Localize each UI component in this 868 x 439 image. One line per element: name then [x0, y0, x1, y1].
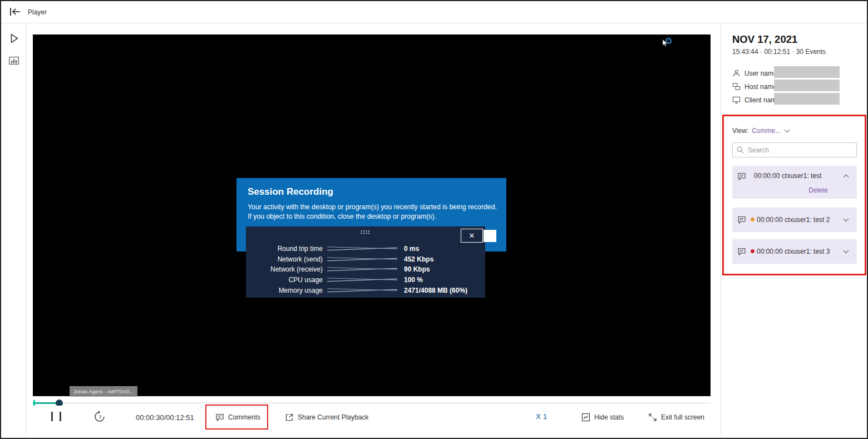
share-label: Share Current Playback	[298, 413, 368, 421]
monitor-icon	[732, 96, 741, 104]
dialog-title: Session Recording	[248, 186, 495, 198]
play-view-button[interactable]	[7, 32, 21, 46]
stat-value: 0 ms	[404, 245, 419, 253]
comment-text: 00:00:00 ctxuser1: test	[754, 172, 821, 180]
stat-row: Network (receive) 90 Kbps	[246, 264, 485, 275]
stat-sparkline	[327, 277, 397, 283]
agent-name-badge: Jonas Agent - AWTSVD...	[70, 386, 137, 397]
top-bar: Player	[1, 1, 867, 23]
comment-bubble-icon	[737, 247, 746, 256]
comment-item[interactable]: 00:00:00 ctxuser1: test 2	[732, 208, 857, 232]
stat-row: Round trip time 0 ms	[246, 244, 485, 254]
view-dropdown[interactable]: Comme...	[752, 127, 781, 135]
stat-label: Network (receive)	[246, 265, 323, 273]
severity-dot-orange	[751, 218, 754, 221]
left-rail	[1, 23, 26, 438]
hide-stats-button[interactable]: Hide stats	[581, 413, 624, 422]
chevron-down-icon[interactable]	[784, 129, 790, 133]
exit-full-screen-button[interactable]: Exit full screen	[648, 413, 704, 422]
pause-button[interactable]	[51, 411, 61, 421]
stat-sparkline	[327, 246, 397, 251]
page-title: Player	[28, 8, 47, 16]
hide-stats-label: Hide stats	[594, 413, 624, 421]
stat-label: Memory usage	[246, 287, 323, 294]
playback-controls: 7 00:00:30/00:12:51 Comments Share Curre…	[26, 406, 721, 431]
recording-pointer	[660, 36, 675, 50]
exit-full-screen-label: Exit full screen	[661, 413, 704, 421]
comment-search	[732, 142, 857, 157]
session-info-panel: NOV 17, 2021 15:43:44 · 00:12:51 · 30 Ev…	[721, 23, 867, 438]
dialog-button-fragment	[484, 230, 496, 242]
playback-time: 00:00:30/00:12:51	[136, 413, 194, 422]
stat-value: 452 Kbps	[404, 255, 433, 263]
bar-chart-icon	[8, 60, 20, 68]
rewind-icon: 7	[93, 410, 106, 423]
exit-fullscreen-icon	[648, 413, 657, 422]
comment-item[interactable]: 00:00:00 ctxuser1: test 3	[732, 239, 857, 264]
playback-speed-button[interactable]: X 1	[536, 412, 547, 421]
recording-meta: 15:43:44 · 00:12:51 · 30 Events	[732, 48, 826, 56]
play-icon	[8, 38, 20, 46]
share-playback-button[interactable]: Share Current Playback	[285, 413, 368, 422]
stats-close-button[interactable]: ✕	[461, 229, 483, 243]
stat-row: Network (send) 452 Kbps	[246, 254, 485, 265]
pause-icon	[51, 412, 53, 421]
stats-chart-icon	[581, 413, 590, 422]
event-marker[interactable]	[33, 400, 35, 406]
recording-date: NOV 17, 2021	[732, 33, 797, 46]
host-name-row: Host name:	[732, 81, 778, 92]
search-input[interactable]	[732, 142, 857, 157]
client-name-value-redacted	[774, 93, 840, 105]
user-name-row: User name:	[732, 67, 779, 79]
comments-label: Comments	[228, 413, 260, 421]
comment-bubble-icon	[737, 172, 746, 181]
comment-bubble-icon	[737, 215, 746, 224]
stats-rows: Round trip time 0 ms Network (send) 452 …	[246, 244, 485, 295]
delete-comment-button[interactable]: Delete	[808, 186, 828, 194]
stat-label: Round trip time	[246, 245, 323, 253]
chevron-down-icon[interactable]	[843, 218, 849, 222]
search-icon	[736, 146, 744, 154]
stat-sparkline	[327, 267, 397, 272]
stat-label: CPU usage	[246, 276, 323, 284]
stat-sparkline	[327, 257, 397, 262]
comment-bubble-icon	[215, 413, 224, 422]
comment-item[interactable]: 00:00:00 ctxuser1: test Delete	[732, 166, 857, 199]
events-stats-view-button[interactable]	[7, 55, 21, 68]
session-recording-player-window: Player Session Recording Your activity w…	[0, 0, 868, 439]
mouse-cursor-icon	[662, 39, 669, 47]
dialog-body-text: Your activity with the desktop or progra…	[248, 203, 497, 222]
host-name-value-redacted	[774, 80, 840, 91]
chevron-up-icon[interactable]	[843, 174, 849, 178]
chevron-down-icon[interactable]	[843, 250, 849, 254]
svg-text:7: 7	[99, 414, 102, 420]
video-playback-area[interactable]: Session Recording Your activity with the…	[33, 34, 711, 396]
rewind-7s-button[interactable]: 7	[93, 410, 106, 423]
user-name-value-redacted	[774, 66, 840, 78]
comment-text: 00:00:00 ctxuser1: test 3	[757, 248, 830, 255]
user-icon	[732, 69, 741, 77]
client-name-row: Client name	[732, 94, 780, 106]
host-icon	[732, 82, 741, 91]
comments-button[interactable]: Comments	[215, 413, 260, 422]
share-icon	[285, 413, 294, 422]
view-selector-row: View: Comme...	[732, 127, 790, 135]
session-stats-overlay: ∷∷ ✕ Round trip time 0 ms Network (send)…	[246, 226, 485, 298]
seek-track[interactable]	[33, 402, 711, 404]
back-arrow-icon	[8, 11, 22, 19]
stat-row: Memory usage 2471/4088 MB (60%)	[246, 285, 485, 295]
stat-value: 100 %	[404, 276, 423, 284]
stat-value: 2471/4088 MB (60%)	[404, 287, 467, 294]
severity-dot-red	[751, 249, 754, 253]
stat-sparkline	[327, 288, 397, 293]
stat-label: Network (send)	[246, 255, 323, 263]
view-label: View:	[732, 127, 748, 135]
back-button[interactable]	[8, 6, 22, 18]
stat-value: 90 Kbps	[404, 265, 430, 273]
stat-row: CPU usage 100 %	[246, 275, 485, 285]
comment-text: 00:00:00 ctxuser1: test 2	[757, 216, 830, 224]
drag-handle[interactable]: ∷∷	[246, 229, 485, 236]
